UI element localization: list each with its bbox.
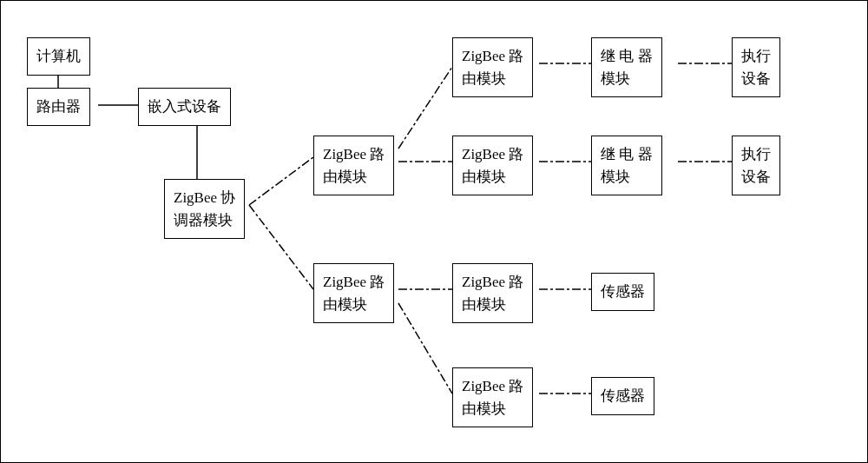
- embedded-label: 嵌入式设备: [148, 98, 221, 115]
- zigbee-route-box-2: ZigBee 路 由模块: [313, 263, 394, 323]
- sensor-label: 传感器: [601, 387, 645, 404]
- relay-box-2: 继 电 器 模块: [591, 136, 662, 195]
- sensor-box-1: 传感器: [591, 273, 654, 311]
- zigbee-route-label-l1: ZigBee 路: [462, 48, 523, 64]
- coordinator-label-l2: 调器模块: [174, 212, 233, 228]
- relay-box-1: 继 电 器 模块: [591, 37, 662, 97]
- embedded-box: 嵌入式设备: [138, 88, 231, 126]
- router-label: 路由器: [36, 98, 81, 115]
- zigbee-route-box-6: ZigBee 路 由模块: [452, 367, 533, 427]
- computer-label: 计算机: [36, 48, 81, 64]
- zigbee-route-box-1: ZigBee 路 由模块: [313, 136, 394, 195]
- coordinator-label-l1: ZigBee 协: [174, 189, 235, 206]
- sensor-label: 传感器: [601, 283, 645, 300]
- zigbee-route-box-3: ZigBee 路 由模块: [452, 37, 533, 97]
- sensor-box-2: 传感器: [591, 377, 654, 415]
- exec-label-l1: 执行: [741, 48, 771, 64]
- zigbee-route-label-l2: 由模块: [462, 169, 506, 185]
- svg-line-8: [398, 303, 452, 394]
- zigbee-route-label-l1: ZigBee 路: [462, 146, 523, 162]
- router-box: 路由器: [27, 88, 90, 126]
- zigbee-route-label-l1: ZigBee 路: [323, 274, 385, 290]
- svg-line-4: [249, 205, 313, 289]
- svg-line-5: [398, 67, 452, 149]
- exec-box-1: 执行 设备: [732, 37, 780, 97]
- computer-box: 计算机: [27, 37, 90, 76]
- exec-label-l2: 设备: [741, 70, 771, 87]
- exec-label-l1: 执行: [741, 146, 771, 162]
- zigbee-route-label-l2: 由模块: [323, 296, 367, 313]
- zigbee-route-label-l2: 由模块: [323, 169, 367, 185]
- zigbee-route-label-l1: ZigBee 路: [323, 146, 385, 162]
- zigbee-route-label-l2: 由模块: [462, 70, 506, 87]
- zigbee-route-label-l1: ZigBee 路: [462, 274, 523, 290]
- svg-line-3: [249, 157, 313, 205]
- zigbee-route-label-l2: 由模块: [462, 296, 506, 313]
- relay-label-l1: 继 电 器: [601, 48, 653, 64]
- zigbee-route-label-l1: ZigBee 路: [462, 378, 523, 394]
- exec-label-l2: 设备: [741, 169, 771, 185]
- relay-label-l2: 模块: [601, 169, 630, 185]
- relay-label-l1: 继 电 器: [601, 146, 653, 162]
- zigbee-route-box-4: ZigBee 路 由模块: [452, 136, 533, 195]
- exec-box-2: 执行 设备: [732, 136, 780, 195]
- zigbee-route-box-5: ZigBee 路 由模块: [452, 263, 533, 323]
- zigbee-coordinator-box: ZigBee 协 调器模块: [164, 179, 245, 239]
- relay-label-l2: 模块: [601, 70, 630, 87]
- zigbee-route-label-l2: 由模块: [462, 400, 506, 417]
